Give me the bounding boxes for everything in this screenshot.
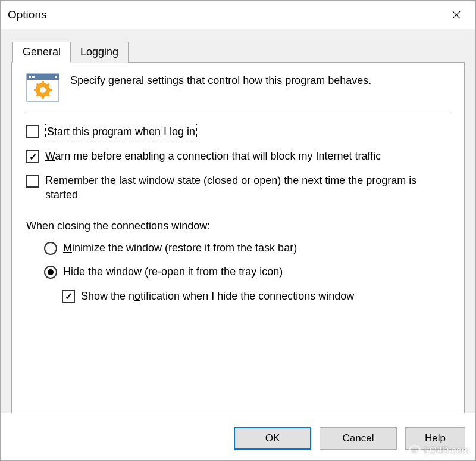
options-dialog: Options General Logging <box>0 0 476 461</box>
cc-icon: cc <box>409 445 421 457</box>
checkbox-start-on-login[interactable] <box>26 125 39 138</box>
close-button[interactable] <box>444 5 468 24</box>
checkbox-remember-state[interactable] <box>26 175 39 188</box>
watermark: cc LO4D.com <box>409 445 469 457</box>
svg-rect-6 <box>55 76 57 78</box>
tab-panel-general: Specify general settings that control ho… <box>11 62 465 413</box>
tab-logging[interactable]: Logging <box>70 42 129 63</box>
svg-rect-12 <box>49 89 52 91</box>
option-remember-state: Remember the last window state (closed o… <box>26 173 450 203</box>
option-minimize: Minimize the window (restore it from the… <box>44 241 450 255</box>
checkbox-show-notification[interactable] <box>62 290 75 303</box>
svg-rect-11 <box>34 89 37 91</box>
label-minimize[interactable]: Minimize the window (restore it from the… <box>63 241 297 255</box>
radio-minimize[interactable] <box>44 242 57 255</box>
watermark-text: LO4D.com <box>424 446 469 456</box>
close-icon <box>452 11 461 19</box>
checkbox-warn-block[interactable] <box>26 150 39 163</box>
svg-rect-3 <box>27 74 59 80</box>
window-title: Options <box>8 8 46 21</box>
svg-point-8 <box>40 87 46 93</box>
label-show-notification[interactable]: Show the notification when I hide the co… <box>81 289 354 303</box>
option-hide: Hide the window (re-open it from the tra… <box>44 264 450 279</box>
option-start-on-login: Start this program when I log in <box>26 124 450 139</box>
label-hide[interactable]: Hide the window (re-open it from the tra… <box>63 264 283 279</box>
cancel-button[interactable]: Cancel <box>320 427 397 450</box>
intro-section: Specify general settings that control ho… <box>26 73 450 113</box>
option-show-notification: Show the notification when I hide the co… <box>62 289 450 303</box>
intro-text: Specify general settings that control ho… <box>70 73 371 88</box>
tab-strip: General Logging <box>12 42 465 63</box>
dialog-body: General Logging <box>1 29 475 413</box>
label-remember-state[interactable]: Remember the last window state (closed o… <box>45 173 450 203</box>
svg-rect-9 <box>42 81 44 84</box>
option-warn-block: Warn me before enabling a connection tha… <box>26 149 450 163</box>
titlebar: Options <box>1 1 475 29</box>
label-start-on-login[interactable]: Start this program when I log in <box>45 124 197 139</box>
svg-rect-10 <box>42 96 44 99</box>
svg-rect-5 <box>32 76 35 78</box>
label-warn-block[interactable]: Warn me before enabling a connection tha… <box>45 149 381 163</box>
ok-button[interactable]: OK <box>234 427 311 450</box>
tab-general[interactable]: General <box>12 42 71 63</box>
settings-gear-icon <box>26 73 60 102</box>
close-section-heading: When closing the connections window: <box>26 220 450 232</box>
svg-rect-4 <box>29 76 31 78</box>
radio-hide[interactable] <box>44 266 57 279</box>
